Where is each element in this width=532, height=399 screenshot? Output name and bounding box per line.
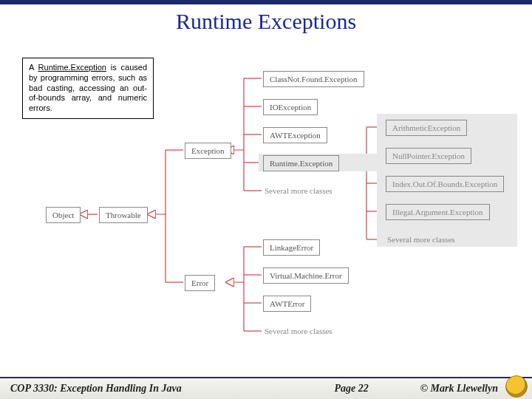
- node-object: Object: [46, 207, 81, 223]
- node-linkageerror: LinkageError: [263, 239, 320, 256]
- node-error: Error: [185, 275, 215, 291]
- footer-page: Page 22: [334, 383, 420, 395]
- node-exception: Exception: [185, 143, 231, 159]
- node-classnotfound: ClassNot.Found.Exception: [263, 71, 364, 87]
- hierarchy-diagram: Object Throwable Exception Error ClassNo…: [0, 53, 532, 349]
- ucf-logo-icon: [505, 375, 528, 398]
- more-exception: Several more classes: [265, 186, 332, 195]
- more-runtime: Several more classes: [387, 235, 455, 244]
- node-throwable: Throwable: [99, 207, 148, 223]
- node-arithmetic: ArithmeticException: [386, 120, 467, 136]
- node-indexoob: Index.Out.Of.Bounds.Exception: [386, 176, 504, 192]
- footer-course: COP 3330: Exception Handling In Java: [0, 383, 182, 395]
- node-awterror: AWTError: [263, 296, 311, 312]
- top-accent-bar: [0, 0, 532, 4]
- node-vmerror: Virtual.Machine.Error: [263, 267, 349, 284]
- node-awtexception: AWTException: [263, 127, 327, 143]
- slide-title: Runtime Exceptions: [0, 9, 532, 34]
- node-illegalarg: Illegal.Argument.Exception: [386, 204, 490, 220]
- node-runtimeexception: Runtime.Exception: [263, 155, 339, 171]
- node-ioexception: IOException: [263, 99, 318, 115]
- more-error: Several more classes: [265, 327, 332, 335]
- node-nullpointer: NullPointer.Exception: [386, 148, 471, 164]
- footer-bar: COP 3330: Exception Handling In Java Pag…: [0, 377, 532, 399]
